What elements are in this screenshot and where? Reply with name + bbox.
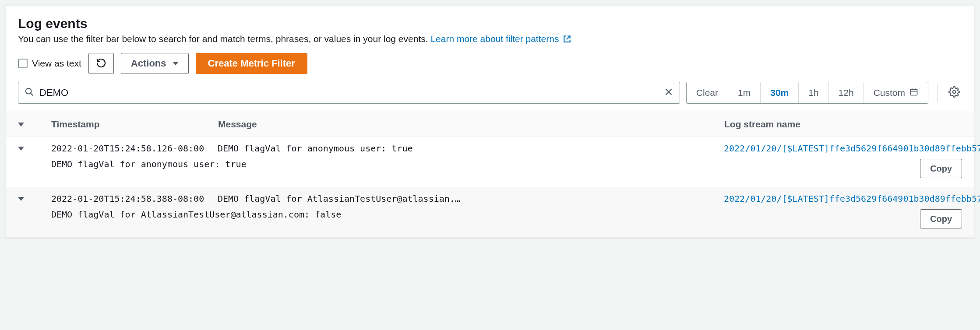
- refresh-button[interactable]: [88, 53, 114, 74]
- detail-message: DEMO flagVal for anonymous user: true: [51, 159, 247, 169]
- column-message[interactable]: Message: [211, 119, 717, 130]
- learn-more-link[interactable]: Learn more about filter patterns: [430, 34, 571, 44]
- time-custom-button[interactable]: Custom: [864, 82, 928, 103]
- time-12h-button[interactable]: 12h: [829, 82, 864, 103]
- log-stream-link[interactable]: 2022/01/20/[$LATEST]ffe3d5629f664901b30d…: [724, 143, 980, 154]
- actions-label: Actions: [131, 58, 166, 69]
- search-wrap: [18, 82, 680, 104]
- log-stream-link[interactable]: 2022/01/20/[$LATEST]ffe3d5629f664901b30d…: [724, 193, 980, 204]
- copy-button[interactable]: Copy: [920, 209, 962, 228]
- row-main: 2022-01-20T15:24:58.126-08:00 DEMO flagV…: [18, 143, 962, 154]
- expand-all-toggle[interactable]: [18, 123, 44, 126]
- subtitle-text: You can use the filter bar below to sear…: [18, 34, 430, 44]
- svg-point-0: [26, 88, 32, 94]
- table-row: 2022-01-20T15:24:58.388-08:00 DEMO flagV…: [6, 187, 974, 238]
- table-row: 2022-01-20T15:24:58.126-08:00 DEMO flagV…: [6, 137, 974, 187]
- svg-line-1: [31, 93, 33, 95]
- search-icon: [25, 87, 34, 99]
- panel-header: Log events You can use the filter bar be…: [6, 6, 974, 53]
- copy-button[interactable]: Copy: [920, 159, 962, 178]
- refresh-icon: [96, 58, 106, 70]
- chevron-down-icon: [173, 62, 179, 65]
- time-custom-label: Custom: [874, 88, 905, 98]
- time-1m-button[interactable]: 1m: [728, 82, 761, 103]
- create-metric-filter-button[interactable]: Create Metric Filter: [196, 53, 307, 74]
- cell-message: DEMO flagVal for AtlassianTestUser@atlas…: [211, 193, 717, 204]
- detail-message: DEMO flagVal for AtlassianTestUser@atlas…: [51, 209, 341, 220]
- row-detail: DEMO flagVal for anonymous user: true Co…: [18, 154, 962, 181]
- view-as-text-wrap: View as text: [18, 58, 81, 69]
- search-input[interactable]: [39, 87, 659, 98]
- row-detail: DEMO flagVal for AtlassianTestUser@atlas…: [18, 204, 962, 231]
- time-clear-button[interactable]: Clear: [687, 82, 728, 103]
- filter-row: Clear 1m 30m 1h 12h Custom: [6, 82, 974, 112]
- cell-message: DEMO flagVal for anonymous user: true: [211, 143, 717, 154]
- external-link-icon: [563, 35, 571, 45]
- view-as-text-checkbox[interactable]: [18, 59, 28, 68]
- actions-button[interactable]: Actions: [121, 53, 189, 74]
- row-main: 2022-01-20T15:24:58.388-08:00 DEMO flagV…: [18, 193, 962, 204]
- gear-icon: [948, 86, 960, 100]
- row-expand-toggle[interactable]: [18, 197, 44, 201]
- svg-rect-4: [911, 89, 917, 95]
- time-range-selector: Clear 1m 30m 1h 12h Custom: [686, 82, 928, 104]
- view-as-text-label: View as text: [32, 58, 81, 69]
- clear-search-icon[interactable]: [664, 87, 673, 98]
- chevron-down-icon: [18, 197, 24, 201]
- divider: [937, 84, 938, 102]
- log-events-panel: Log events You can use the filter bar be…: [5, 5, 975, 238]
- svg-point-8: [953, 90, 956, 93]
- learn-more-label: Learn more about filter patterns: [430, 34, 559, 44]
- cell-timestamp: 2022-01-20T15:24:58.126-08:00: [44, 143, 211, 154]
- calendar-icon: [909, 88, 918, 98]
- time-30m-button[interactable]: 30m: [761, 82, 799, 103]
- cell-timestamp: 2022-01-20T15:24:58.388-08:00: [44, 193, 211, 204]
- time-1h-button[interactable]: 1h: [799, 82, 828, 103]
- chevron-down-icon: [18, 147, 24, 151]
- page-subtitle: You can use the filter bar below to sear…: [18, 34, 962, 45]
- table-header: Timestamp Message Log stream name: [6, 112, 974, 137]
- row-expand-toggle[interactable]: [18, 147, 44, 151]
- log-events-table: Timestamp Message Log stream name 2022-0…: [6, 112, 974, 238]
- page-title: Log events: [18, 16, 962, 31]
- chevron-down-icon: [18, 123, 24, 126]
- settings-button[interactable]: [946, 82, 962, 104]
- toolbar: View as text Actions Create Metric Filte…: [6, 53, 974, 82]
- cell-log-stream: 2022/01/20/[$LATEST]ffe3d5629f664901b30d…: [717, 193, 962, 204]
- column-log-stream[interactable]: Log stream name: [717, 119, 962, 130]
- cell-log-stream: 2022/01/20/[$LATEST]ffe3d5629f664901b30d…: [717, 143, 962, 154]
- column-timestamp[interactable]: Timestamp: [44, 119, 211, 130]
